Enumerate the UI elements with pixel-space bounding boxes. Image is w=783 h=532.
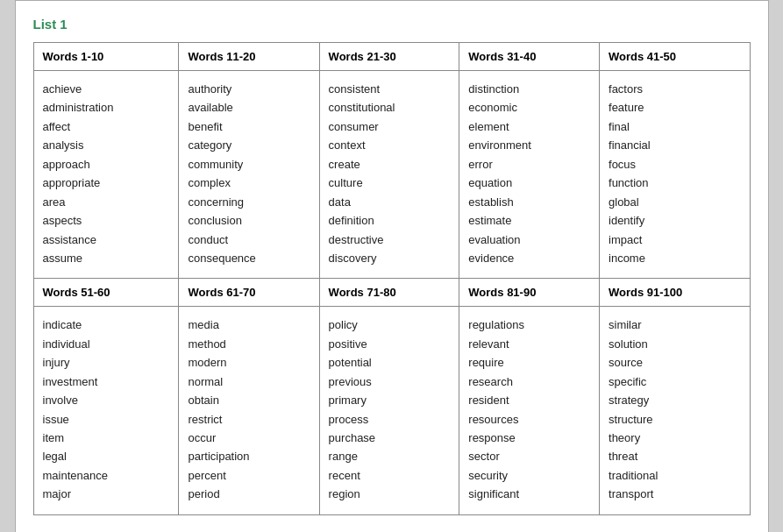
list-item: administration — [43, 98, 170, 117]
list-item: significant — [468, 485, 590, 503]
list-item: response — [468, 429, 590, 447]
list-item: conduct — [188, 231, 310, 249]
list-item: major — [43, 485, 170, 503]
list-item: appropriate — [43, 174, 170, 192]
list-item: complex — [188, 174, 310, 192]
list-item: positive — [329, 335, 451, 353]
list-title: List 1 — [33, 17, 751, 32]
list-item: evaluation — [468, 231, 590, 249]
column-header-1: Words 11-20 — [179, 43, 319, 71]
list-item: consequence — [188, 249, 310, 267]
column-header-9: Words 91-100 — [600, 279, 750, 307]
list-item: region — [329, 485, 451, 503]
list-item: authority — [188, 80, 310, 98]
list-item: media — [188, 316, 310, 334]
list-item: process — [329, 410, 451, 429]
column-header-3: Words 31-40 — [459, 43, 600, 71]
list-item: strategy — [609, 391, 740, 409]
list-item: approach — [43, 155, 170, 174]
column-header-6: Words 61-70 — [179, 279, 319, 307]
list-item: economic — [468, 98, 590, 117]
list-item: create — [329, 155, 451, 174]
list-item: involve — [43, 391, 170, 409]
list-item: item — [43, 429, 170, 447]
words-cell-5: indicateindividualinjuryinvestmentinvolv… — [33, 307, 179, 514]
list-item: source — [609, 353, 740, 372]
list-item: consistent — [329, 80, 451, 98]
column-header-2: Words 21-30 — [319, 43, 459, 71]
list-item: sector — [468, 447, 590, 465]
words-cell-9: similarsolutionsourcespecificstrategystr… — [600, 307, 750, 514]
list-item: resident — [468, 391, 590, 409]
list-item: restrict — [188, 410, 310, 429]
list-item: occur — [188, 429, 310, 447]
list-item: data — [329, 193, 451, 211]
list-item: achieve — [43, 80, 170, 98]
list-item: relevant — [468, 335, 590, 353]
words-cell-8: regulationsrelevantrequireresearchreside… — [459, 307, 600, 514]
list-item: identify — [609, 211, 740, 230]
list-item: recent — [329, 466, 451, 485]
list-item: injury — [43, 353, 170, 372]
list-item: specific — [609, 372, 740, 391]
list-item: solution — [609, 335, 740, 353]
list-item: obtain — [188, 391, 310, 409]
list-item: similar — [609, 316, 740, 334]
list-item: percent — [188, 466, 310, 485]
list-item: policy — [329, 316, 451, 334]
column-header-5: Words 51-60 — [33, 279, 179, 307]
list-item: estimate — [468, 211, 590, 230]
list-item: maintenance — [43, 466, 170, 485]
list-item: financial — [609, 136, 740, 154]
list-item: establish — [468, 193, 590, 211]
list-item: evidence — [468, 249, 590, 267]
list-item: indicate — [43, 316, 170, 334]
list-item: equation — [468, 174, 590, 192]
list-item: concerning — [188, 193, 310, 211]
words-cell-7: policypositivepotentialpreviousprimarypr… — [319, 307, 459, 514]
list-item: function — [609, 174, 740, 192]
list-item: error — [468, 155, 590, 174]
list-item: resources — [468, 410, 590, 429]
column-header-4: Words 41-50 — [600, 43, 750, 71]
words-cell-0: achieveadministrationaffectanalysisappro… — [33, 71, 179, 279]
list-item: benefit — [188, 117, 310, 136]
words-cell-6: mediamethodmodernnormalobtainrestrictocc… — [179, 307, 319, 514]
list-item: security — [468, 466, 590, 485]
list-item: assume — [43, 249, 170, 267]
list-item: theory — [609, 429, 740, 447]
list-item: range — [329, 447, 451, 465]
list-item: regulations — [468, 316, 590, 334]
list-item: conclusion — [188, 211, 310, 230]
list-item: participation — [188, 447, 310, 465]
list-item: global — [609, 193, 740, 211]
list-item: final — [609, 117, 740, 136]
list-item: normal — [188, 372, 310, 391]
list-item: consumer — [329, 117, 451, 136]
list-item: available — [188, 98, 310, 117]
words-cell-2: consistentconstitutionalconsumercontextc… — [319, 71, 459, 279]
column-header-0: Words 1-10 — [33, 43, 179, 71]
list-item: constitutional — [329, 98, 451, 117]
list-item: traditional — [609, 466, 740, 485]
list-item: community — [188, 155, 310, 174]
page-container: List 1 Words 1-10Words 11-20Words 21-30W… — [15, 0, 769, 532]
list-item: modern — [188, 353, 310, 372]
list-item: individual — [43, 335, 170, 353]
list-item: period — [188, 485, 310, 503]
list-item: focus — [609, 155, 740, 174]
list-item: environment — [468, 136, 590, 154]
list-item: legal — [43, 447, 170, 465]
words-cell-3: distinctioneconomicelementenvironmenterr… — [459, 71, 600, 279]
list-item: require — [468, 353, 590, 372]
word-table: Words 1-10Words 11-20Words 21-30Words 31… — [33, 42, 751, 515]
list-item: feature — [609, 98, 740, 117]
list-item: primary — [329, 391, 451, 409]
list-item: research — [468, 372, 590, 391]
words-cell-4: factorsfeaturefinalfinancialfocusfunctio… — [600, 71, 750, 279]
list-item: method — [188, 335, 310, 353]
list-item: culture — [329, 174, 451, 192]
list-item: investment — [43, 372, 170, 391]
list-item: aspects — [43, 211, 170, 230]
list-item: issue — [43, 410, 170, 429]
